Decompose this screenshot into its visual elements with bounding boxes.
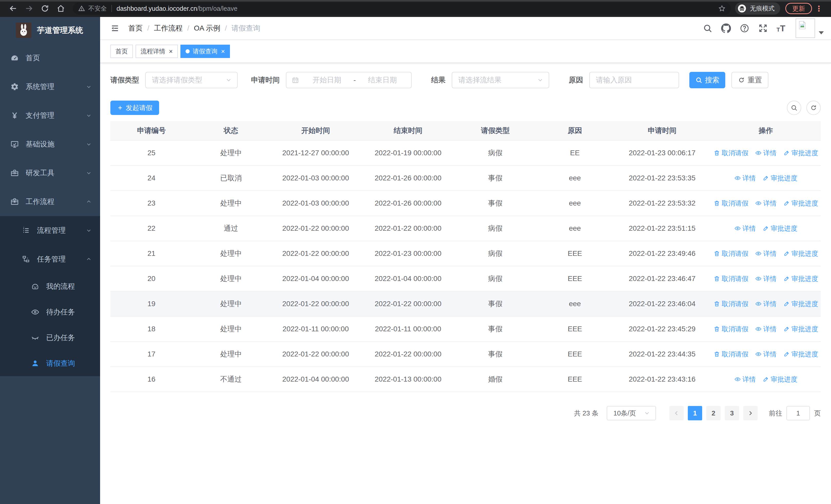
logo-rabbit-image [16,23,32,38]
sidebar-item-研发工具[interactable]: 研发工具 [0,158,100,187]
edit-icon [783,326,790,332]
detail-link[interactable]: 详情 [734,375,756,384]
cancel-link[interactable]: 取消请假 [713,274,748,283]
detail-label: 详情 [763,350,777,359]
sidebar-item-我的流程[interactable]: 我的流程 [0,273,100,299]
search-button[interactable]: 搜索 [689,72,725,88]
breadcrumb-item-home[interactable]: 首页 [128,23,143,33]
sidebar-item-首页[interactable]: 首页 [0,43,100,72]
logo[interactable]: 芋道管理系统 [0,17,100,43]
progress-link[interactable]: 审批进度 [783,350,818,359]
sidebar-item-支付管理[interactable]: 支付管理 [0,101,100,130]
progress-link[interactable]: 审批进度 [783,249,818,258]
sidebar-item-流程管理[interactable]: 流程管理 [0,216,100,245]
tab-首页[interactable]: 首页 [110,45,133,58]
sidebar-item-请假查询[interactable]: 请假查询 [0,351,100,376]
create-leave-button[interactable]: 发起请假 [110,100,159,115]
end-date-placeholder[interactable]: 结束日期 [359,75,406,85]
progress-link[interactable]: 审批进度 [783,199,818,208]
sidebar-item-待办任务[interactable]: 待办任务 [0,299,100,325]
detail-label: 详情 [763,249,777,258]
detail-link[interactable]: 详情 [755,350,777,359]
sidebar-item-基础设施[interactable]: 基础设施 [0,130,100,158]
home-icon[interactable] [56,4,65,13]
forward-icon[interactable] [25,4,33,13]
result-select[interactable]: 请选择流结果 [452,72,549,88]
sidebar-item-任务管理[interactable]: 任务管理 [0,245,100,273]
bookmark-star-icon[interactable] [718,5,726,12]
reset-label: 重置 [748,75,762,85]
cell-start: 2022-01-22 00:00:00 [269,249,362,258]
detail-link[interactable]: 详情 [734,174,756,183]
help-icon[interactable] [740,23,749,33]
prev-page-button[interactable] [669,406,684,420]
sidebar-item-系统管理[interactable]: 系统管理 [0,72,100,101]
browser-menu-icon[interactable]: ⋮ [815,4,823,13]
page-button-2[interactable]: 2 [706,406,721,420]
cancel-link[interactable]: 取消请假 [713,149,748,157]
breadcrumb-item-oa[interactable]: OA 示例 [194,23,221,33]
column-header: 操作 [711,126,821,136]
sidebar-item-已办任务[interactable]: 已办任务 [0,325,100,351]
cell-start: 2021-12-27 00:00:00 [269,149,362,157]
github-icon[interactable] [721,23,731,33]
detail-link[interactable]: 详情 [755,199,777,208]
cancel-link[interactable]: 取消请假 [713,299,748,308]
refresh-table-button[interactable] [806,100,821,115]
progress-link[interactable]: 审批进度 [783,299,818,308]
cell-id: 24 [110,174,193,182]
detail-link[interactable]: 详情 [755,274,777,283]
sidebar-item-工作流程[interactable]: 工作流程 [0,187,100,216]
cell-applied: 2022-01-22 23:43:16 [613,375,711,383]
chrome-update-button[interactable]: 更新 [785,3,812,14]
detail-link[interactable]: 详情 [755,299,777,308]
cell-type: 事假 [454,173,536,183]
breadcrumb-item-workflow[interactable]: 工作流程 [154,23,183,33]
page-size-select[interactable]: 10条/页 [607,406,656,420]
tab-流程详情[interactable]: 流程详情× [136,45,178,58]
progress-link[interactable]: 审批进度 [783,325,818,334]
fullscreen-icon[interactable] [758,23,768,33]
cancel-label: 取消请假 [722,249,748,258]
not-secure-warning-icon[interactable] [78,5,85,12]
close-icon[interactable]: × [221,48,225,55]
reset-button[interactable]: 重置 [732,72,768,88]
tab-请假查询[interactable]: 请假查询× [180,45,230,58]
leave-type-select[interactable]: 请选择请假类型 [145,72,238,88]
cancel-link[interactable]: 取消请假 [713,350,748,359]
reload-icon[interactable] [40,4,49,13]
detail-link[interactable]: 详情 [755,149,777,157]
progress-link[interactable]: 审批进度 [763,375,797,384]
apply-time-range-picker[interactable]: 开始日期 - 结束日期 [286,72,412,88]
progress-link[interactable]: 审批进度 [763,174,797,183]
goto-page-input[interactable] [786,406,810,420]
detail-link[interactable]: 详情 [755,325,777,334]
back-icon[interactable] [9,4,18,13]
edit-icon [763,175,769,181]
edit-icon [783,300,790,307]
cancel-link[interactable]: 取消请假 [713,199,748,208]
progress-link[interactable]: 审批进度 [783,274,818,283]
page-button-1[interactable]: 1 [688,406,702,420]
start-date-placeholder[interactable]: 开始日期 [303,75,350,85]
detail-link[interactable]: 详情 [755,249,777,258]
sidebar-collapse-icon[interactable] [100,23,128,33]
user-avatar[interactable] [796,19,824,38]
page-button-3[interactable]: 3 [725,406,739,420]
progress-link[interactable]: 审批进度 [783,149,818,157]
header-search-icon[interactable] [703,23,712,33]
close-icon[interactable]: × [169,48,173,55]
toggle-search-button[interactable] [787,100,801,115]
cancel-link[interactable]: 取消请假 [713,249,748,258]
table-toolbar: 发起请假 [110,100,821,115]
font-size-icon[interactable]: TT [777,24,785,33]
reason-input[interactable] [590,76,679,84]
progress-link[interactable]: 审批进度 [763,224,797,233]
next-page-button[interactable] [743,406,757,420]
goto-prefix: 前往 [769,409,782,418]
detail-link[interactable]: 详情 [734,224,756,233]
url-bar[interactable]: 不安全 dashboard.yudao.iocoder.cn/bpm/oa/le… [73,2,731,14]
cancel-link[interactable]: 取消请假 [713,325,748,334]
cancel-label: 取消请假 [722,325,748,334]
security-label[interactable]: 不安全 [88,4,107,12]
